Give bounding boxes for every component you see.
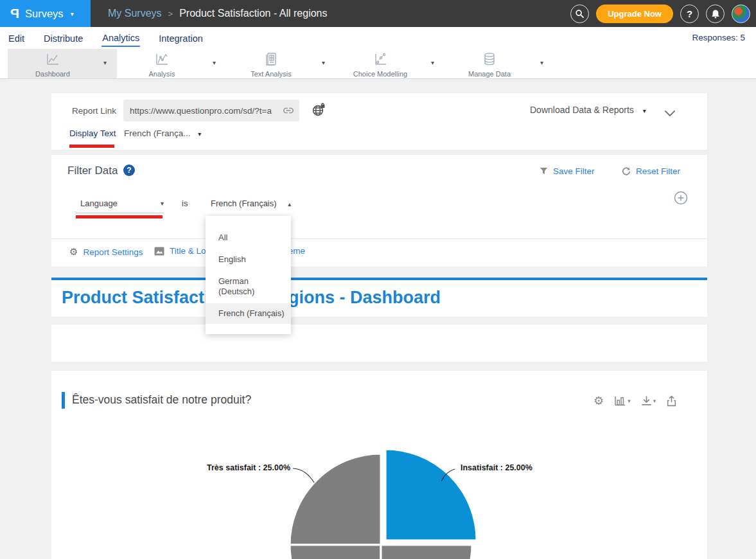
- responses-count: Responses: 5: [692, 33, 745, 42]
- toolbar-label: Analysis: [149, 70, 175, 78]
- breadcrumb-separator: >: [168, 9, 173, 19]
- filter-help-icon[interactable]: ?: [123, 164, 135, 176]
- chevron-down-icon[interactable]: ▾: [213, 59, 216, 66]
- save-filter-button[interactable]: Save Filter: [540, 166, 595, 176]
- pie-slice-label: Insatisfait : 25.00%: [461, 463, 532, 472]
- report-settings-button[interactable]: ⚙ Report Settings: [69, 246, 143, 258]
- breadcrumb-my-surveys[interactable]: My Surveys: [108, 8, 162, 19]
- survey-nav: Edit Distribute Analytics Integration Re…: [0, 27, 756, 49]
- tab-integration[interactable]: Integration: [158, 30, 204, 46]
- pie-slice[interactable]: [381, 545, 472, 559]
- filter-field-red-underline: [76, 215, 163, 218]
- label-leader-line: [293, 468, 314, 483]
- filter-data-title: Filter Data: [67, 164, 118, 177]
- brand-label: Surveys: [25, 8, 64, 20]
- pie-slice[interactable]: [290, 545, 381, 559]
- bell-icon: [711, 9, 720, 19]
- report-link-input[interactable]: [123, 100, 299, 121]
- refresh-icon: [622, 167, 631, 176]
- toolbar-label: Choice Modelling: [353, 70, 407, 78]
- globe-lock-icon[interactable]: [312, 103, 326, 120]
- filter-field-underline: [76, 213, 164, 213]
- download-data-reports-menu[interactable]: Download Data & Reports ▾: [530, 105, 646, 115]
- choice-modelling-icon: [373, 51, 388, 69]
- pie-chart-svg[interactable]: [51, 371, 707, 559]
- toolbar-analysis[interactable]: Analysis ▾: [117, 49, 226, 78]
- question-mark-icon: ?: [687, 8, 692, 19]
- questionpro-logo-icon: P: [10, 6, 19, 21]
- chevron-up-icon: ▴: [288, 200, 291, 208]
- analytics-toolbar: Dashboard ▾ Analysis ▾ Text Analysis ▾ C…: [0, 49, 756, 79]
- analysis-chart-icon: [154, 51, 170, 69]
- dropdown-option-all[interactable]: All: [206, 227, 291, 248]
- search-button[interactable]: [570, 4, 589, 23]
- nav-tabs: Edit Distribute Analytics Integration: [8, 27, 204, 49]
- chevron-down-icon: ▾: [71, 10, 74, 17]
- filter-field-value: Language: [80, 199, 118, 208]
- top-bar: P Surveys ▾ My Surveys > Product Satisfa…: [0, 0, 756, 27]
- filter-field-select[interactable]: Language ▾: [80, 199, 164, 208]
- filter-value-select[interactable]: French (Français) ▴: [211, 199, 291, 208]
- download-data-reports-label: Download Data & Reports: [530, 105, 634, 115]
- report-link-label: Report Link: [72, 106, 116, 116]
- chevron-down-icon: ▾: [161, 200, 164, 207]
- text-analysis-icon: [263, 51, 279, 69]
- question-chart-card: Êtes-vous satisfait de notre produit? ⚙ …: [51, 371, 707, 559]
- help-button[interactable]: ?: [680, 4, 699, 23]
- tab-edit[interactable]: Edit: [8, 30, 25, 46]
- notifications-button[interactable]: [706, 4, 725, 23]
- toolbar-label: Dashboard: [35, 70, 70, 78]
- reset-filter-button[interactable]: Reset Filter: [622, 166, 680, 176]
- gear-icon: ⚙: [69, 246, 78, 258]
- dropdown-option-english[interactable]: English: [206, 249, 291, 270]
- dropdown-option-german[interactable]: German (Deutsch): [206, 271, 291, 302]
- dashboard-chart-icon: [45, 51, 60, 69]
- reset-filter-label: Reset Filter: [636, 166, 680, 176]
- filter-data-card: Filter Data ? Save Filter Reset Filter L…: [51, 155, 707, 267]
- language-options-dropdown: All English German (Deutsch) French (Fra…: [206, 216, 291, 334]
- toolbar-label: Manage Data: [468, 70, 511, 78]
- chevron-down-icon[interactable]: ▾: [431, 59, 434, 66]
- image-icon: [154, 247, 164, 256]
- display-language-select[interactable]: French (França... ▾: [124, 129, 201, 138]
- funnel-icon: [540, 167, 548, 175]
- chevron-down-icon[interactable]: ▾: [322, 59, 325, 66]
- pie-slice-label: Très satisfait : 25.00%: [207, 463, 290, 472]
- toolbar-label: Text Analysis: [251, 70, 292, 78]
- chevron-down-icon[interactable]: ▾: [540, 59, 543, 66]
- tab-analytics[interactable]: Analytics: [101, 29, 140, 47]
- pie-slice[interactable]: [290, 454, 381, 545]
- display-language-value: French (França...: [124, 129, 191, 138]
- dashboard-heading-card: Product Satisfaction - All regions - Das…: [51, 278, 707, 317]
- user-avatar[interactable]: [732, 4, 750, 23]
- tab-distribute[interactable]: Distribute: [43, 30, 84, 46]
- page-title: Product Satisfaction - All regions: [179, 8, 327, 19]
- toolbar-text-analysis[interactable]: Text Analysis ▾: [226, 49, 335, 78]
- toolbar-dashboard[interactable]: Dashboard ▾: [8, 49, 117, 78]
- top-right-actions: Upgrade Now ?: [570, 0, 750, 27]
- breadcrumb: My Surveys > Product Satisfaction - All …: [108, 0, 328, 27]
- pie-chart: Très satisfait : 25.00% Insatisfait : 25…: [51, 371, 707, 559]
- dropdown-option-french[interactable]: French (Français): [206, 303, 291, 324]
- save-filter-label: Save Filter: [553, 166, 595, 176]
- toolbar-choice-modelling[interactable]: Choice Modelling ▾: [335, 49, 444, 78]
- chevron-down-icon[interactable]: ▾: [103, 59, 107, 66]
- collapse-panel-chevron-icon[interactable]: [665, 107, 675, 119]
- display-text-tab[interactable]: Display Text: [69, 129, 116, 138]
- brand-menu[interactable]: P Surveys ▾: [0, 0, 91, 27]
- empty-section-card: [51, 324, 707, 362]
- report-settings-row: ⚙ Report Settings Title & Logo Theme: [51, 239, 707, 267]
- add-filter-condition-button[interactable]: [674, 191, 688, 208]
- search-icon: [575, 9, 585, 19]
- database-icon: [482, 51, 497, 69]
- upgrade-now-button[interactable]: Upgrade Now: [596, 4, 673, 23]
- link-icon: [283, 105, 294, 119]
- dropdown-option-label: German (Deutsch): [218, 276, 268, 297]
- chevron-down-icon: ▾: [198, 130, 201, 138]
- report-link-card: Report Link Download Data & Reports ▾ Di…: [51, 93, 707, 150]
- chevron-down-icon: ▾: [643, 107, 646, 114]
- toolbar-manage-data[interactable]: Manage Data ▾: [444, 49, 554, 78]
- report-settings-label: Report Settings: [83, 247, 143, 257]
- filter-value-text: French (Français): [211, 199, 277, 208]
- filter-operator: is: [182, 199, 188, 208]
